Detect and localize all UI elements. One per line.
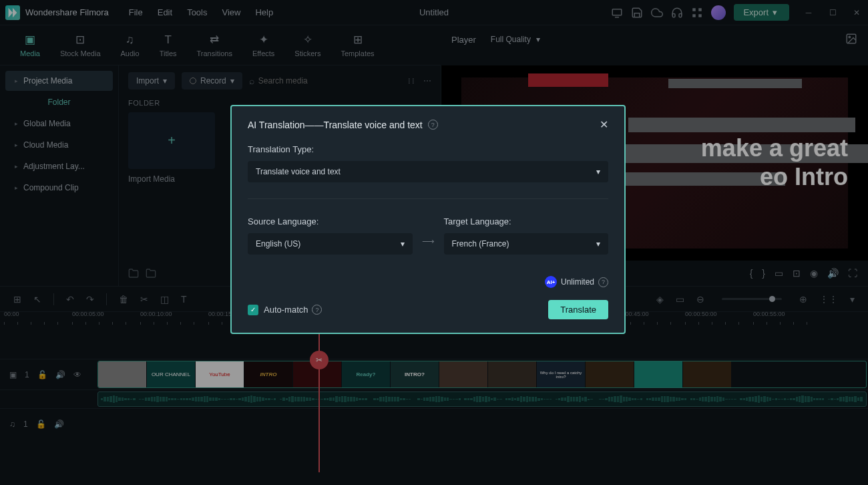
target-language-select[interactable]: French (France)▾ <box>444 233 609 255</box>
target-language-label: Target Language: <box>444 216 609 226</box>
modal-title: AI Translation——Translate voice and text <box>248 120 423 130</box>
info-icon[interactable]: ? <box>428 120 438 130</box>
source-language-select[interactable]: English (US)▾ <box>248 233 413 255</box>
source-language-label: Source Language: <box>248 216 413 226</box>
info-icon[interactable]: ? <box>598 277 608 287</box>
chevron-down-icon: ▾ <box>596 239 600 249</box>
chevron-down-icon: ▾ <box>401 239 405 249</box>
ai-translation-modal: AI Translation——Translate voice and text… <box>230 105 626 334</box>
translation-type-label: Translation Type: <box>248 144 608 154</box>
ai-badge-icon: AI+ <box>545 276 557 288</box>
automatch-label: Auto-match <box>264 305 308 315</box>
translate-button[interactable]: Translate <box>548 300 608 319</box>
translation-type-select[interactable]: Translate voice and text▾ <box>248 161 608 182</box>
arrow-right-icon: ⟶ <box>422 220 435 247</box>
automatch-checkbox[interactable]: ✓ <box>248 305 258 315</box>
unlimited-label: Unlimited <box>561 277 594 287</box>
chevron-down-icon: ▾ <box>596 167 600 176</box>
info-icon[interactable]: ? <box>312 305 322 315</box>
close-icon[interactable]: ✕ <box>600 118 608 131</box>
